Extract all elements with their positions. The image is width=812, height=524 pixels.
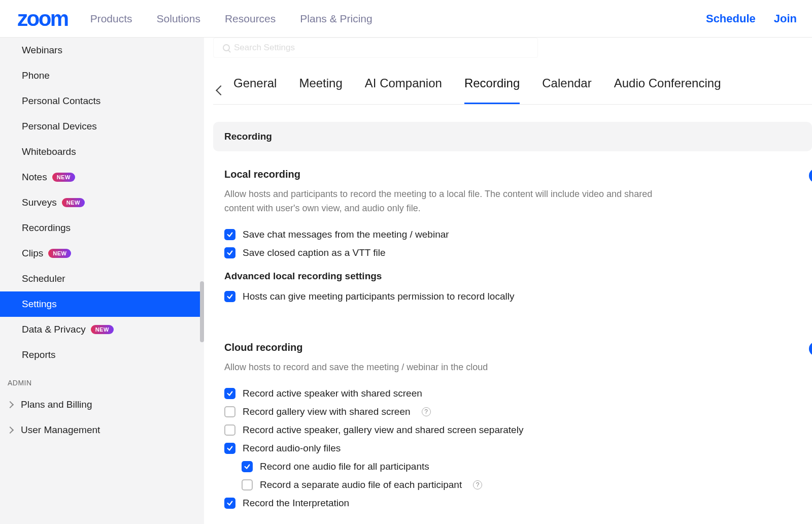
nav-resources[interactable]: Resources bbox=[225, 13, 276, 25]
sidebar-item-recordings[interactable]: Recordings bbox=[0, 215, 204, 241]
sidebar-admin-item-user-management[interactable]: User Management bbox=[0, 417, 204, 443]
checkbox[interactable] bbox=[224, 498, 235, 509]
help-icon[interactable]: ? bbox=[473, 480, 482, 489]
option-label: Record gallery view with shared screen bbox=[243, 406, 411, 417]
new-badge: NEW bbox=[52, 173, 75, 182]
tabs-back-icon[interactable] bbox=[216, 85, 226, 95]
admin-section-label: ADMIN bbox=[0, 368, 204, 392]
sidebar-item-webinars[interactable]: Webinars bbox=[0, 38, 204, 63]
cloud-option-5: Record a separate audio file of each par… bbox=[242, 479, 812, 490]
local-option-0: Save chat messages from the meeting / we… bbox=[224, 229, 812, 240]
search-icon bbox=[223, 44, 230, 51]
option-label: Record active speaker, gallery view and … bbox=[243, 424, 523, 436]
option-label: Record the Interpretation bbox=[243, 498, 349, 509]
tab-meeting[interactable]: Meeting bbox=[299, 76, 342, 104]
option-label: Hosts can give meeting participants perm… bbox=[243, 291, 514, 302]
option-label: Record audio-only files bbox=[243, 443, 341, 454]
sidebar-item-label: Surveys bbox=[22, 197, 57, 208]
search-settings-input[interactable]: Search Settings bbox=[213, 38, 538, 58]
cloud-recording-title: Cloud recording bbox=[224, 342, 812, 353]
sidebar-admin-item-plans-and-billing[interactable]: Plans and Billing bbox=[0, 392, 204, 417]
chevron-right-icon bbox=[7, 401, 14, 408]
sidebar-item-reports[interactable]: Reports bbox=[0, 342, 204, 368]
sidebar-item-scheduler[interactable]: Scheduler bbox=[0, 266, 204, 291]
checkbox[interactable] bbox=[224, 406, 235, 417]
sidebar-item-label: Phone bbox=[22, 70, 50, 81]
settings-tabs: GeneralMeetingAI CompanionRecordingCalen… bbox=[213, 76, 812, 105]
cloud-recording-desc: Allow hosts to record and save the meeti… bbox=[224, 361, 671, 375]
zoom-logo: zoom bbox=[17, 7, 68, 31]
search-placeholder: Search Settings bbox=[234, 43, 295, 53]
sidebar-item-label: Recordings bbox=[22, 222, 71, 234]
sidebar-item-label: Personal Devices bbox=[22, 121, 97, 132]
help-icon[interactable]: ? bbox=[422, 407, 431, 416]
nav-schedule[interactable]: Schedule bbox=[706, 12, 756, 25]
nav-right: Schedule Join bbox=[706, 12, 797, 25]
checkbox[interactable] bbox=[224, 443, 235, 454]
checkbox[interactable] bbox=[224, 229, 235, 240]
tab-audio-conferencing[interactable]: Audio Conferencing bbox=[614, 76, 721, 104]
local-recording-title: Local recording bbox=[224, 169, 812, 180]
sidebar-item-label: Clips bbox=[22, 248, 43, 259]
section-header-recording: Recording bbox=[213, 122, 812, 151]
sidebar-item-settings[interactable]: Settings bbox=[0, 291, 204, 317]
option-label: Save closed caption as a VTT file bbox=[243, 247, 386, 258]
local-option-1: Save closed caption as a VTT file bbox=[224, 247, 812, 258]
cloud-option-1: Record gallery view with shared screen? bbox=[224, 406, 812, 417]
sidebar-admin-label: User Management bbox=[21, 424, 100, 436]
checkbox[interactable] bbox=[224, 388, 235, 399]
advanced-local-title: Advanced local recording settings bbox=[224, 271, 812, 282]
sidebar-item-whiteboards[interactable]: Whiteboards bbox=[0, 139, 204, 165]
option-label: Record one audio file for all participan… bbox=[260, 461, 429, 472]
cloud-recording-block: Cloud recording Allow hosts to record an… bbox=[213, 324, 812, 509]
sidebar-item-personal-contacts[interactable]: Personal Contacts bbox=[0, 88, 204, 114]
sidebar-item-label: Reports bbox=[22, 349, 56, 361]
local-adv-option-0: Hosts can give meeting participants perm… bbox=[224, 291, 812, 302]
sidebar-item-phone[interactable]: Phone bbox=[0, 63, 204, 88]
sidebar-item-label: Whiteboards bbox=[22, 146, 76, 157]
sidebar-item-label: Personal Contacts bbox=[22, 95, 100, 107]
cloud-option-6: Record the Interpretation bbox=[224, 498, 812, 509]
sidebar-item-surveys[interactable]: SurveysNEW bbox=[0, 190, 204, 215]
sidebar-item-notes[interactable]: NotesNEW bbox=[0, 165, 204, 190]
local-recording-block: Local recording Allow hosts and particip… bbox=[213, 151, 812, 302]
nav-solutions[interactable]: Solutions bbox=[157, 13, 200, 25]
nav-products[interactable]: Products bbox=[90, 13, 132, 25]
option-label: Record active speaker with shared screen bbox=[243, 388, 422, 399]
cloud-option-2: Record active speaker, gallery view and … bbox=[224, 424, 812, 436]
new-badge: NEW bbox=[48, 249, 71, 258]
new-badge: NEW bbox=[62, 198, 85, 207]
nav-join[interactable]: Join bbox=[774, 12, 797, 25]
tab-recording[interactable]: Recording bbox=[464, 76, 520, 104]
sidebar-item-clips[interactable]: ClipsNEW bbox=[0, 241, 204, 266]
option-label: Save chat messages from the meeting / we… bbox=[243, 229, 449, 240]
sidebar-item-label: Settings bbox=[22, 299, 57, 310]
sidebar-item-data-privacy[interactable]: Data & PrivacyNEW bbox=[0, 317, 204, 342]
cloud-option-4: Record one audio file for all participan… bbox=[242, 461, 812, 472]
tab-general[interactable]: General bbox=[233, 76, 277, 104]
local-recording-desc: Allow hosts and participants to record t… bbox=[224, 187, 671, 216]
sidebar-item-personal-devices[interactable]: Personal Devices bbox=[0, 114, 204, 139]
nav-left: Products Solutions Resources Plans & Pri… bbox=[90, 13, 373, 25]
main-content: Search Settings GeneralMeetingAI Compani… bbox=[204, 38, 812, 524]
sidebar: WebinarsPhonePersonal ContactsPersonal D… bbox=[0, 38, 204, 524]
checkbox[interactable] bbox=[224, 247, 235, 258]
sidebar-item-label: Notes bbox=[22, 172, 47, 183]
tab-calendar[interactable]: Calendar bbox=[542, 76, 591, 104]
checkbox[interactable] bbox=[242, 461, 253, 472]
top-nav: zoom Products Solutions Resources Plans … bbox=[0, 0, 812, 38]
tab-ai-companion[interactable]: AI Companion bbox=[365, 76, 442, 104]
checkbox[interactable] bbox=[224, 424, 235, 436]
nav-plans-pricing[interactable]: Plans & Pricing bbox=[300, 13, 372, 25]
sidebar-item-label: Webinars bbox=[22, 45, 62, 56]
checkbox[interactable] bbox=[242, 479, 253, 490]
checkbox[interactable] bbox=[224, 291, 235, 302]
sidebar-item-label: Data & Privacy bbox=[22, 324, 86, 335]
chevron-right-icon bbox=[7, 427, 14, 434]
new-badge: NEW bbox=[91, 325, 114, 334]
option-label: Record a separate audio file of each par… bbox=[260, 479, 462, 490]
sidebar-admin-label: Plans and Billing bbox=[21, 399, 92, 410]
sidebar-item-label: Scheduler bbox=[22, 273, 65, 284]
cloud-option-3: Record audio-only files bbox=[224, 443, 812, 454]
sidebar-scrollbar[interactable] bbox=[200, 281, 204, 342]
